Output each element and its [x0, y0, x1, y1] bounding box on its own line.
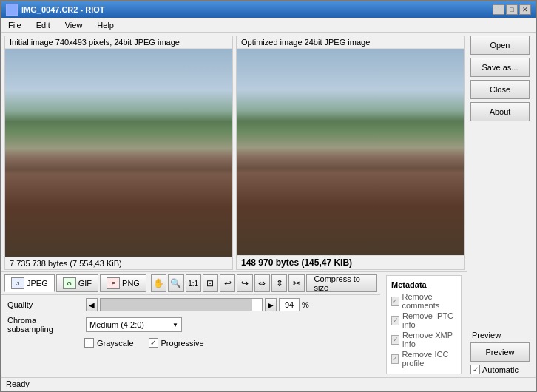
crop-button[interactable]: ✂: [288, 274, 304, 292]
window-title: IMG_0047.CR2 - RIOT: [21, 5, 104, 14]
minimize-button[interactable]: —: [493, 4, 504, 15]
quality-row: Quality ◀ ▶ 94 %: [7, 298, 309, 311]
gif-icon: G: [63, 277, 76, 289]
quality-increase-button[interactable]: ▶: [265, 298, 277, 311]
progressive-checkbox[interactable]: ✓: [149, 338, 158, 348]
bottom-left: J JPEG G GIF P PNG: [1, 272, 380, 377]
title-buttons: — □ ✕: [493, 4, 531, 15]
chroma-row: Chroma subsampling Medium (4:2:0) ▼: [7, 316, 309, 334]
app-icon: [6, 4, 18, 16]
remove-iptc-checkbox[interactable]: ✓: [391, 316, 399, 325]
maximize-button[interactable]: □: [506, 4, 518, 15]
automatic-label: Automatic: [482, 365, 519, 374]
checkboxes-row: Grayscale ✓ Progressive: [84, 338, 309, 348]
initial-image-panel: Initial image 740x493 pixels, 24bit JPEG…: [4, 36, 233, 270]
initial-image-label: Initial image 740x493 pixels, 24bit JPEG…: [5, 36, 232, 49]
chroma-label: Chroma subsampling: [7, 316, 81, 334]
bottom-main: J JPEG G GIF P PNG: [1, 272, 467, 377]
quality-slider-container: ◀ ▶ 94 %: [86, 298, 309, 311]
quality-percent: %: [302, 300, 309, 309]
png-tab[interactable]: P PNG: [100, 274, 146, 292]
main-content: Initial image 740x493 pixels, 24bit JPEG…: [1, 33, 536, 377]
menu-view[interactable]: View: [61, 20, 87, 30]
initial-image-preview: [5, 49, 232, 257]
preview-button[interactable]: Preview: [470, 342, 530, 362]
metadata-item-1: ✓ Remove IPTC info: [391, 311, 456, 329]
initial-image-container: [5, 49, 232, 257]
grayscale-row: Grayscale: [84, 338, 134, 348]
optimized-image-size: 148 970 bytes (145,47 KiB): [237, 255, 464, 269]
gif-tab[interactable]: G GIF: [56, 274, 98, 292]
quality-slider[interactable]: [100, 298, 263, 311]
metadata-item-0: ✓ Remove comments: [391, 292, 456, 310]
menu-bar: File Edit View Help: [1, 18, 536, 33]
remove-comments-checkbox[interactable]: ✓: [391, 297, 399, 306]
title-bar-left: IMG_0047.CR2 - RIOT: [6, 4, 104, 16]
options-row: Quality ◀ ▶ 94 %: [1, 295, 380, 351]
progressive-row: ✓ Progressive: [149, 338, 204, 348]
toolbar-row: J JPEG G GIF P PNG: [1, 272, 380, 295]
hand-tool-button[interactable]: ✋: [151, 274, 166, 292]
png-icon: P: [107, 277, 120, 289]
close-image-button[interactable]: Close: [470, 80, 530, 99]
metadata-panel: Metadata ✓ Remove comments ✓ Remove IPTC…: [380, 272, 467, 377]
redo-button[interactable]: ↪: [237, 274, 252, 292]
status-text: Ready: [6, 379, 30, 388]
chroma-select-arrow: ▼: [172, 322, 178, 328]
undo-button[interactable]: ↩: [220, 274, 235, 292]
images-area: Initial image 740x493 pixels, 24bit JPEG…: [1, 33, 467, 271]
menu-edit[interactable]: Edit: [33, 20, 54, 30]
grayscale-label: Grayscale: [97, 339, 134, 348]
remove-icc-checkbox[interactable]: ✓: [391, 354, 399, 364]
open-button[interactable]: Open: [470, 36, 530, 55]
jpeg-tab[interactable]: J JPEG: [4, 274, 55, 292]
menu-file[interactable]: File: [4, 20, 25, 30]
jpeg-icon: J: [11, 277, 24, 289]
preview-section-label: Preview: [470, 331, 533, 339]
remove-xmp-checkbox[interactable]: ✓: [391, 335, 399, 345]
left-panel: Initial image 740x493 pixels, 24bit JPEG…: [1, 33, 467, 377]
quality-decrease-button[interactable]: ◀: [86, 298, 98, 311]
progressive-label: Progressive: [161, 339, 204, 348]
initial-image-size: 7 735 738 bytes (7 554,43 KiB): [5, 257, 232, 269]
metadata-title: Metadata: [391, 280, 456, 289]
automatic-checkbox[interactable]: ✓: [470, 365, 480, 374]
flip-v-button[interactable]: ⇕: [271, 274, 287, 292]
optimized-image-label: Optimized image 24bit JPEG image: [237, 36, 464, 49]
chroma-select[interactable]: Medium (4:2:0) ▼: [86, 317, 182, 332]
flip-h-button[interactable]: ⇔: [254, 274, 270, 292]
fit-button[interactable]: ⊡: [203, 274, 218, 292]
metadata-box: Metadata ✓ Remove comments ✓ Remove IPTC…: [386, 275, 462, 374]
options-left-col: Quality ◀ ▶ 94 %: [7, 298, 309, 348]
main-window: IMG_0047.CR2 - RIOT — □ ✕ File Edit View…: [0, 0, 537, 392]
bottom-panel: J JPEG G GIF P PNG: [1, 271, 467, 377]
zoom-in-button[interactable]: 🔍: [168, 274, 183, 292]
metadata-item-2: ✓ Remove XMP info: [391, 331, 456, 348]
optimized-image-preview: [237, 49, 464, 255]
title-bar: IMG_0047.CR2 - RIOT — □ ✕: [1, 1, 536, 18]
quality-value[interactable]: 94: [279, 298, 300, 311]
quality-slider-fill: [101, 299, 252, 311]
compress-button[interactable]: Compress to size: [306, 274, 378, 292]
metadata-item-3: ✓ Remove ICC profile: [391, 350, 456, 368]
optimized-image-container: [237, 49, 464, 255]
preview-group: Preview Preview ✓ Automatic: [470, 331, 533, 374]
right-sidebar: Open Save as... Close About Preview Prev…: [467, 33, 536, 377]
about-button[interactable]: About: [470, 102, 530, 121]
status-bar: Ready: [1, 377, 536, 391]
quality-label: Quality: [7, 300, 81, 309]
grayscale-checkbox[interactable]: [84, 338, 94, 348]
automatic-row: ✓ Automatic: [470, 365, 533, 374]
save-as-button[interactable]: Save as...: [470, 58, 530, 77]
optimized-image-panel: Optimized image 24bit JPEG image 148 970…: [236, 36, 465, 270]
menu-help[interactable]: Help: [93, 20, 118, 30]
zoom-100-button[interactable]: 1:1: [186, 274, 201, 292]
close-button[interactable]: ✕: [519, 4, 531, 15]
